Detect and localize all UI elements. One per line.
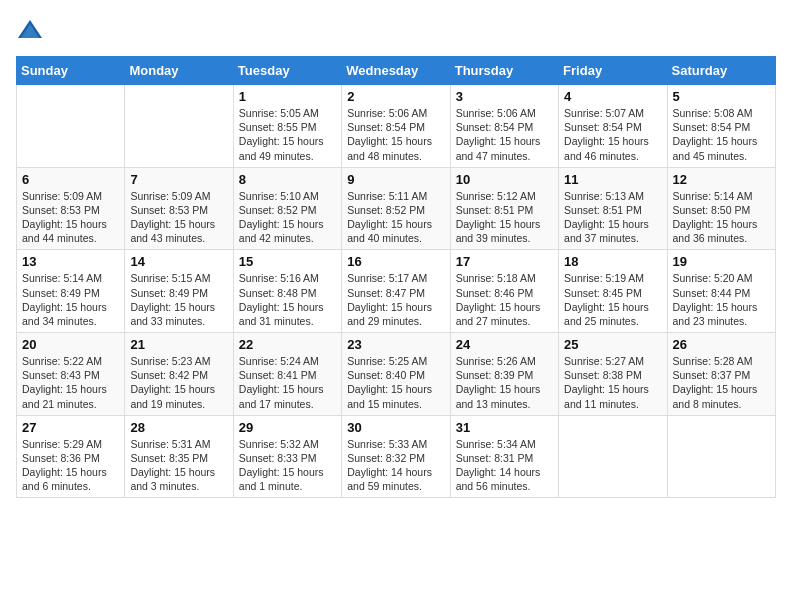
calendar-cell: 3Sunrise: 5:06 AM Sunset: 8:54 PM Daylig… bbox=[450, 85, 558, 168]
day-info: Sunrise: 5:07 AM Sunset: 8:54 PM Dayligh… bbox=[564, 106, 661, 163]
calendar-cell: 4Sunrise: 5:07 AM Sunset: 8:54 PM Daylig… bbox=[559, 85, 667, 168]
calendar-cell: 2Sunrise: 5:06 AM Sunset: 8:54 PM Daylig… bbox=[342, 85, 450, 168]
day-number: 30 bbox=[347, 420, 444, 435]
day-info: Sunrise: 5:09 AM Sunset: 8:53 PM Dayligh… bbox=[22, 189, 119, 246]
calendar-cell: 29Sunrise: 5:32 AM Sunset: 8:33 PM Dayli… bbox=[233, 415, 341, 498]
day-info: Sunrise: 5:24 AM Sunset: 8:41 PM Dayligh… bbox=[239, 354, 336, 411]
day-number: 2 bbox=[347, 89, 444, 104]
logo bbox=[16, 16, 48, 44]
calendar-cell: 25Sunrise: 5:27 AM Sunset: 8:38 PM Dayli… bbox=[559, 333, 667, 416]
calendar-cell: 27Sunrise: 5:29 AM Sunset: 8:36 PM Dayli… bbox=[17, 415, 125, 498]
calendar-header-tuesday: Tuesday bbox=[233, 57, 341, 85]
day-info: Sunrise: 5:11 AM Sunset: 8:52 PM Dayligh… bbox=[347, 189, 444, 246]
day-number: 17 bbox=[456, 254, 553, 269]
calendar-header-sunday: Sunday bbox=[17, 57, 125, 85]
calendar-cell: 22Sunrise: 5:24 AM Sunset: 8:41 PM Dayli… bbox=[233, 333, 341, 416]
day-number: 11 bbox=[564, 172, 661, 187]
day-info: Sunrise: 5:12 AM Sunset: 8:51 PM Dayligh… bbox=[456, 189, 553, 246]
calendar-cell: 23Sunrise: 5:25 AM Sunset: 8:40 PM Dayli… bbox=[342, 333, 450, 416]
day-number: 16 bbox=[347, 254, 444, 269]
day-number: 24 bbox=[456, 337, 553, 352]
calendar-cell: 26Sunrise: 5:28 AM Sunset: 8:37 PM Dayli… bbox=[667, 333, 775, 416]
calendar-cell: 7Sunrise: 5:09 AM Sunset: 8:53 PM Daylig… bbox=[125, 167, 233, 250]
day-number: 22 bbox=[239, 337, 336, 352]
day-number: 31 bbox=[456, 420, 553, 435]
day-number: 12 bbox=[673, 172, 770, 187]
day-number: 29 bbox=[239, 420, 336, 435]
day-info: Sunrise: 5:14 AM Sunset: 8:50 PM Dayligh… bbox=[673, 189, 770, 246]
calendar-cell bbox=[559, 415, 667, 498]
day-info: Sunrise: 5:06 AM Sunset: 8:54 PM Dayligh… bbox=[347, 106, 444, 163]
day-info: Sunrise: 5:13 AM Sunset: 8:51 PM Dayligh… bbox=[564, 189, 661, 246]
day-info: Sunrise: 5:20 AM Sunset: 8:44 PM Dayligh… bbox=[673, 271, 770, 328]
day-info: Sunrise: 5:06 AM Sunset: 8:54 PM Dayligh… bbox=[456, 106, 553, 163]
day-number: 27 bbox=[22, 420, 119, 435]
calendar-cell: 18Sunrise: 5:19 AM Sunset: 8:45 PM Dayli… bbox=[559, 250, 667, 333]
calendar-cell bbox=[125, 85, 233, 168]
day-number: 6 bbox=[22, 172, 119, 187]
calendar-cell: 24Sunrise: 5:26 AM Sunset: 8:39 PM Dayli… bbox=[450, 333, 558, 416]
calendar-cell bbox=[17, 85, 125, 168]
calendar-cell: 14Sunrise: 5:15 AM Sunset: 8:49 PM Dayli… bbox=[125, 250, 233, 333]
page-header bbox=[16, 16, 776, 44]
calendar-week-4: 20Sunrise: 5:22 AM Sunset: 8:43 PM Dayli… bbox=[17, 333, 776, 416]
day-info: Sunrise: 5:25 AM Sunset: 8:40 PM Dayligh… bbox=[347, 354, 444, 411]
day-number: 5 bbox=[673, 89, 770, 104]
day-number: 23 bbox=[347, 337, 444, 352]
day-info: Sunrise: 5:14 AM Sunset: 8:49 PM Dayligh… bbox=[22, 271, 119, 328]
calendar-cell: 1Sunrise: 5:05 AM Sunset: 8:55 PM Daylig… bbox=[233, 85, 341, 168]
day-number: 21 bbox=[130, 337, 227, 352]
calendar-week-5: 27Sunrise: 5:29 AM Sunset: 8:36 PM Dayli… bbox=[17, 415, 776, 498]
calendar-cell: 21Sunrise: 5:23 AM Sunset: 8:42 PM Dayli… bbox=[125, 333, 233, 416]
day-number: 3 bbox=[456, 89, 553, 104]
calendar-cell: 15Sunrise: 5:16 AM Sunset: 8:48 PM Dayli… bbox=[233, 250, 341, 333]
calendar-week-2: 6Sunrise: 5:09 AM Sunset: 8:53 PM Daylig… bbox=[17, 167, 776, 250]
day-info: Sunrise: 5:33 AM Sunset: 8:32 PM Dayligh… bbox=[347, 437, 444, 494]
calendar-cell: 12Sunrise: 5:14 AM Sunset: 8:50 PM Dayli… bbox=[667, 167, 775, 250]
day-info: Sunrise: 5:26 AM Sunset: 8:39 PM Dayligh… bbox=[456, 354, 553, 411]
calendar-cell: 5Sunrise: 5:08 AM Sunset: 8:54 PM Daylig… bbox=[667, 85, 775, 168]
calendar-table: SundayMondayTuesdayWednesdayThursdayFrid… bbox=[16, 56, 776, 498]
calendar-cell: 9Sunrise: 5:11 AM Sunset: 8:52 PM Daylig… bbox=[342, 167, 450, 250]
calendar-cell bbox=[667, 415, 775, 498]
day-info: Sunrise: 5:23 AM Sunset: 8:42 PM Dayligh… bbox=[130, 354, 227, 411]
day-number: 19 bbox=[673, 254, 770, 269]
day-info: Sunrise: 5:19 AM Sunset: 8:45 PM Dayligh… bbox=[564, 271, 661, 328]
calendar-week-3: 13Sunrise: 5:14 AM Sunset: 8:49 PM Dayli… bbox=[17, 250, 776, 333]
calendar-header-friday: Friday bbox=[559, 57, 667, 85]
day-number: 15 bbox=[239, 254, 336, 269]
day-info: Sunrise: 5:08 AM Sunset: 8:54 PM Dayligh… bbox=[673, 106, 770, 163]
day-info: Sunrise: 5:22 AM Sunset: 8:43 PM Dayligh… bbox=[22, 354, 119, 411]
calendar-header-monday: Monday bbox=[125, 57, 233, 85]
day-number: 1 bbox=[239, 89, 336, 104]
day-number: 13 bbox=[22, 254, 119, 269]
calendar-cell: 13Sunrise: 5:14 AM Sunset: 8:49 PM Dayli… bbox=[17, 250, 125, 333]
day-info: Sunrise: 5:05 AM Sunset: 8:55 PM Dayligh… bbox=[239, 106, 336, 163]
day-info: Sunrise: 5:15 AM Sunset: 8:49 PM Dayligh… bbox=[130, 271, 227, 328]
day-info: Sunrise: 5:17 AM Sunset: 8:47 PM Dayligh… bbox=[347, 271, 444, 328]
calendar-cell: 8Sunrise: 5:10 AM Sunset: 8:52 PM Daylig… bbox=[233, 167, 341, 250]
day-number: 25 bbox=[564, 337, 661, 352]
calendar-cell: 30Sunrise: 5:33 AM Sunset: 8:32 PM Dayli… bbox=[342, 415, 450, 498]
calendar-cell: 28Sunrise: 5:31 AM Sunset: 8:35 PM Dayli… bbox=[125, 415, 233, 498]
calendar-header-wednesday: Wednesday bbox=[342, 57, 450, 85]
day-info: Sunrise: 5:28 AM Sunset: 8:37 PM Dayligh… bbox=[673, 354, 770, 411]
calendar-cell: 19Sunrise: 5:20 AM Sunset: 8:44 PM Dayli… bbox=[667, 250, 775, 333]
calendar-cell: 20Sunrise: 5:22 AM Sunset: 8:43 PM Dayli… bbox=[17, 333, 125, 416]
calendar-cell: 16Sunrise: 5:17 AM Sunset: 8:47 PM Dayli… bbox=[342, 250, 450, 333]
calendar-cell: 31Sunrise: 5:34 AM Sunset: 8:31 PM Dayli… bbox=[450, 415, 558, 498]
calendar-week-1: 1Sunrise: 5:05 AM Sunset: 8:55 PM Daylig… bbox=[17, 85, 776, 168]
calendar-header-thursday: Thursday bbox=[450, 57, 558, 85]
day-number: 7 bbox=[130, 172, 227, 187]
calendar-cell: 11Sunrise: 5:13 AM Sunset: 8:51 PM Dayli… bbox=[559, 167, 667, 250]
day-number: 18 bbox=[564, 254, 661, 269]
day-number: 26 bbox=[673, 337, 770, 352]
day-info: Sunrise: 5:09 AM Sunset: 8:53 PM Dayligh… bbox=[130, 189, 227, 246]
day-info: Sunrise: 5:34 AM Sunset: 8:31 PM Dayligh… bbox=[456, 437, 553, 494]
day-number: 9 bbox=[347, 172, 444, 187]
day-number: 20 bbox=[22, 337, 119, 352]
day-info: Sunrise: 5:32 AM Sunset: 8:33 PM Dayligh… bbox=[239, 437, 336, 494]
day-number: 8 bbox=[239, 172, 336, 187]
calendar-cell: 17Sunrise: 5:18 AM Sunset: 8:46 PM Dayli… bbox=[450, 250, 558, 333]
calendar-cell: 10Sunrise: 5:12 AM Sunset: 8:51 PM Dayli… bbox=[450, 167, 558, 250]
